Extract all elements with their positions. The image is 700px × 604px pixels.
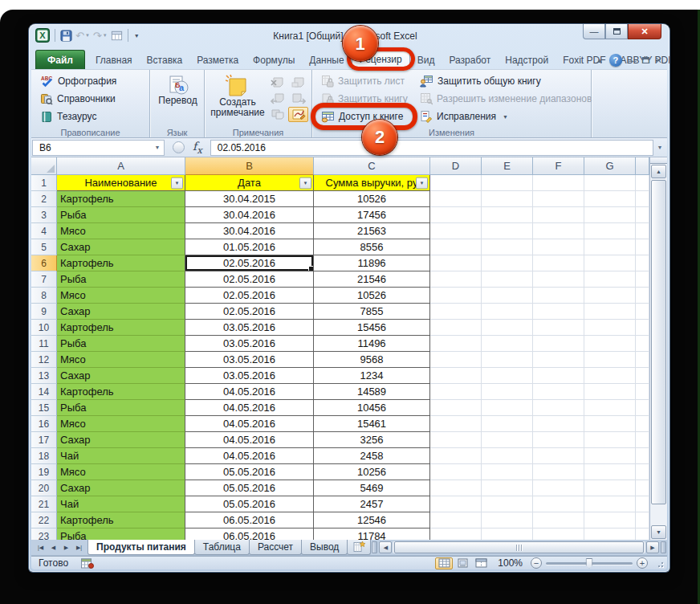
cell-G21[interactable] xyxy=(584,496,636,512)
cell-D19[interactable] xyxy=(430,464,482,480)
cell-B9[interactable]: 02.05.2016 xyxy=(185,304,314,320)
cell-D11[interactable] xyxy=(430,336,482,352)
ribbon-tab-главная[interactable]: Главная xyxy=(88,51,140,69)
cell-filler[interactable] xyxy=(636,207,649,223)
edit-comment-icon[interactable] xyxy=(288,75,308,90)
cell-G12[interactable] xyxy=(584,352,636,368)
cell-filler[interactable] xyxy=(636,336,649,352)
cell-D4[interactable] xyxy=(430,223,482,239)
cell-G2[interactable] xyxy=(584,191,636,207)
cell-F3[interactable] xyxy=(533,207,584,223)
column-header-A[interactable]: A xyxy=(57,157,185,175)
cell-D18[interactable] xyxy=(430,448,482,464)
cell-F21[interactable] xyxy=(533,496,584,512)
new-comment-button[interactable]: Создать примечание xyxy=(210,72,266,126)
vertical-scrollbar[interactable]: ▲ ▼ xyxy=(649,157,667,540)
row-header-20[interactable]: 20 xyxy=(31,480,57,496)
row-header-5[interactable]: 5 xyxy=(31,239,57,255)
allow-edit-ranges-button[interactable]: Разрешить изменение диапазонов xyxy=(416,90,588,108)
cell-E4[interactable] xyxy=(482,223,533,239)
zoom-slider-thumb[interactable] xyxy=(586,558,593,569)
name-box[interactable]: B6 xyxy=(32,140,151,156)
cell-A20[interactable]: Сахар xyxy=(57,480,185,496)
cell-filler[interactable] xyxy=(636,304,649,320)
cell-C19[interactable]: 10256 xyxy=(314,464,430,480)
cell-G16[interactable] xyxy=(584,416,636,432)
normal-view-icon[interactable] xyxy=(435,557,453,569)
cell-B10[interactable]: 03.05.2016 xyxy=(185,320,314,336)
row-header-4[interactable]: 4 xyxy=(31,223,57,239)
cell-F5[interactable] xyxy=(533,239,584,255)
cell-filler[interactable] xyxy=(636,191,649,207)
cell-F2[interactable] xyxy=(533,191,584,207)
cell-E13[interactable] xyxy=(482,368,533,384)
cell-F19[interactable] xyxy=(533,464,584,480)
excel-logo-icon[interactable]: X xyxy=(35,28,50,43)
cell-A7[interactable]: Рыба xyxy=(57,271,185,288)
cell-C10[interactable]: 15456 xyxy=(314,320,430,336)
cell-A22[interactable]: Картофель xyxy=(57,512,185,528)
cell-F1[interactable] xyxy=(533,175,584,191)
cell-B5[interactable]: 01.05.2016 xyxy=(185,239,314,255)
cell-filler[interactable] xyxy=(636,512,649,528)
row-header-18[interactable]: 18 xyxy=(31,448,57,464)
formula-bar-knob[interactable] xyxy=(173,141,185,153)
row-header-16[interactable]: 16 xyxy=(31,416,57,432)
column-header-E[interactable]: E xyxy=(482,157,533,175)
select-all-corner[interactable] xyxy=(31,157,57,175)
cell-D8[interactable] xyxy=(430,288,482,304)
column-header-G[interactable]: G xyxy=(584,157,636,175)
close-button[interactable]: ✕ xyxy=(628,24,661,39)
cell-B18[interactable]: 04.05.2016 xyxy=(185,448,314,464)
cell-B21[interactable]: 05.05.2016 xyxy=(185,496,314,512)
ribbon-tab-файл[interactable]: Файл xyxy=(35,50,85,69)
cell-A1[interactable]: Наименование▼ xyxy=(57,175,185,191)
active-cell-B6[interactable]: 02.05.2016 xyxy=(185,255,314,271)
cell-D10[interactable] xyxy=(430,320,482,336)
cell-D6[interactable] xyxy=(430,255,482,271)
minimize-ribbon-icon[interactable]: ▲ xyxy=(596,57,604,64)
cell-filler[interactable] xyxy=(636,480,649,496)
ribbon-tab-надстрой[interactable]: Надстрой xyxy=(498,51,556,69)
workbook-minimize-icon[interactable]: — xyxy=(628,55,637,65)
cell-A18[interactable]: Чай xyxy=(57,448,185,464)
cell-E14[interactable] xyxy=(482,384,533,400)
cell-E23[interactable] xyxy=(482,528,533,540)
row-header-8[interactable]: 8 xyxy=(31,288,57,304)
cell-A11[interactable]: Рыба xyxy=(57,336,185,352)
cell-C23[interactable]: 11784 xyxy=(314,528,430,540)
table-quick-icon[interactable] xyxy=(111,30,123,42)
cell-C16[interactable]: 15461 xyxy=(314,416,430,432)
cell-F8[interactable] xyxy=(533,288,584,304)
cell-E18[interactable] xyxy=(482,448,533,464)
cell-A19[interactable]: Мясо xyxy=(57,464,185,480)
cell-A14[interactable]: Картофель xyxy=(57,384,185,400)
cell-filler[interactable] xyxy=(636,400,649,416)
insert-worksheet-button[interactable] xyxy=(347,540,371,555)
cell-D15[interactable] xyxy=(430,400,482,416)
cell-C4[interactable]: 21563 xyxy=(314,223,430,239)
cell-G15[interactable] xyxy=(584,400,636,416)
resize-grip[interactable] xyxy=(654,558,664,568)
expand-formula-bar-icon[interactable]: ▼ xyxy=(653,145,666,150)
cell-D12[interactable] xyxy=(430,352,482,368)
cell-F16[interactable] xyxy=(533,416,584,432)
column-header-partial[interactable] xyxy=(636,157,649,175)
cell-G3[interactable] xyxy=(584,207,636,223)
ribbon-tab-вставка[interactable]: Вставка xyxy=(140,51,190,69)
scroll-up-icon[interactable]: ▲ xyxy=(651,165,666,178)
cell-A9[interactable]: Сахар xyxy=(57,304,185,320)
row-header-3[interactable]: 3 xyxy=(31,207,57,223)
cell-E1[interactable] xyxy=(482,175,533,191)
share-workbook-button[interactable]: Доступ к книге 2 xyxy=(317,108,416,125)
cell-D5[interactable] xyxy=(430,239,482,255)
cell-filler[interactable] xyxy=(636,223,649,239)
cell-C5[interactable]: 8556 xyxy=(314,239,430,255)
cell-A8[interactable]: Мясо xyxy=(57,288,185,304)
zoom-out-icon[interactable]: − xyxy=(531,557,542,569)
cell-G9[interactable] xyxy=(584,304,636,320)
row-header-14[interactable]: 14 xyxy=(31,384,57,400)
cell-B20[interactable]: 05.05.2016 xyxy=(185,480,314,496)
cell-filler[interactable] xyxy=(636,239,649,255)
cell-B23[interactable]: 06.05.2016 xyxy=(185,528,314,540)
